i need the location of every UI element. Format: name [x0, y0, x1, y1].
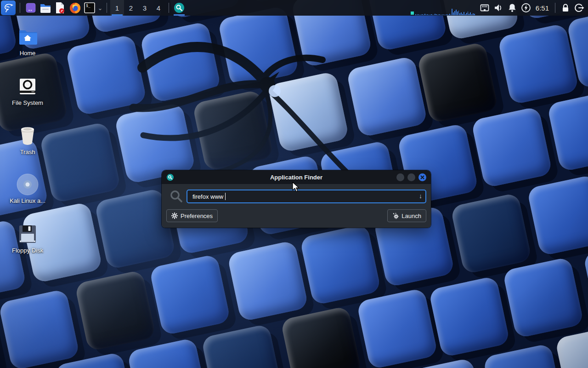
application-finder-window: Application Finder ↓	[162, 170, 431, 228]
app-drawer-icon	[25, 2, 36, 13]
application-finder-launcher[interactable]	[172, 0, 186, 16]
terminal-launcher[interactable]: $_	[83, 0, 96, 15]
maximize-button[interactable]	[407, 173, 415, 181]
file-manager-launcher[interactable]	[39, 0, 52, 15]
lock-icon	[560, 3, 571, 13]
home-folder-icon	[6, 27, 50, 47]
dropdown-arrow-icon[interactable]: ↓	[419, 192, 422, 200]
logout-button[interactable]	[573, 0, 585, 16]
desktop-icon-kali-linux-cd[interactable]: Kali Linux a...	[6, 174, 50, 204]
notifications-tray-item[interactable]	[506, 0, 518, 16]
network-icon	[480, 3, 490, 13]
cpu-graph[interactable]	[410, 0, 475, 16]
workspace-4[interactable]: 4	[152, 0, 165, 16]
close-button[interactable]	[418, 173, 426, 181]
workspace-number: 2	[129, 4, 133, 12]
close-icon	[420, 175, 424, 179]
logout-icon	[574, 3, 584, 13]
app-drawer-launcher[interactable]	[24, 0, 37, 15]
desktop-icon-home[interactable]: Home	[6, 27, 50, 57]
workspace-1[interactable]: 1	[110, 0, 124, 16]
desktop-icon-floppy-disk[interactable]: Floppy Disk	[6, 224, 50, 254]
preferences-button[interactable]: Preferences	[166, 209, 218, 222]
svg-text:$_: $_	[86, 4, 90, 8]
panel-separator	[20, 3, 20, 13]
text-caret	[225, 193, 226, 200]
desktop-icon-label: Floppy Disk	[6, 247, 50, 254]
minimize-button[interactable]	[396, 173, 404, 181]
desktop-icon-trash[interactable]: Trash	[6, 126, 50, 155]
launch-button[interactable]: Launch	[387, 209, 426, 222]
cpu-graph-bars	[415, 8, 475, 15]
top-panel: $_ ⌄ 1 2 3 4	[0, 0, 588, 16]
network-tray-item[interactable]	[479, 0, 491, 16]
workspace-3[interactable]: 3	[138, 0, 152, 16]
desktop-icon-label: Trash	[6, 149, 50, 155]
hard-drive-icon	[6, 76, 50, 97]
power-manager-tray-item[interactable]	[520, 0, 532, 16]
run-gear-icon	[392, 213, 399, 219]
cpu-graph-marker	[411, 12, 414, 15]
desktop-icon-label: Home	[6, 50, 50, 57]
appfinder-titlebar-icon	[167, 174, 174, 181]
workspace-number: 1	[115, 4, 119, 12]
kali-menu-button[interactable]	[1, 0, 16, 15]
panel-separator	[169, 3, 169, 13]
panel-separator	[107, 3, 107, 13]
desktop-icon-label: File System	[6, 99, 50, 106]
workspace-number: 4	[157, 4, 160, 12]
power-manager-icon	[521, 3, 531, 13]
lock-screen-button[interactable]	[560, 0, 571, 16]
panel-separator	[555, 3, 555, 13]
firefox-icon	[69, 2, 81, 14]
firefox-launcher[interactable]	[68, 0, 81, 15]
file-manager-icon	[40, 2, 51, 13]
chevron-down-icon[interactable]: ⌄	[97, 5, 103, 12]
workspace-2[interactable]: 2	[124, 0, 138, 16]
window-title: Application Finder	[162, 174, 431, 181]
desktop-icon-label: Kali Linux a...	[6, 197, 50, 204]
text-editor-icon	[55, 2, 66, 14]
panel-clock[interactable]: 6:51	[536, 4, 549, 12]
volume-tray-item[interactable]	[492, 0, 504, 16]
desktop-icon-file-system[interactable]: File System	[6, 76, 50, 106]
trash-empty-icon	[6, 126, 50, 146]
mouse-cursor	[292, 182, 302, 193]
preferences-label: Preferences	[181, 213, 213, 219]
volume-icon	[493, 3, 503, 13]
terminal-icon: $_	[84, 2, 95, 13]
bell-icon	[507, 3, 517, 13]
search-icon	[166, 190, 187, 203]
gear-icon	[171, 213, 178, 219]
workspace-number: 3	[143, 4, 147, 12]
optical-disc-icon	[6, 174, 50, 195]
search-input[interactable]	[187, 190, 426, 203]
launch-label: Launch	[401, 213, 421, 219]
application-finder-icon	[174, 2, 185, 13]
floppy-disk-icon	[6, 224, 50, 244]
text-editor-launcher[interactable]	[54, 0, 67, 15]
kali-menu-icon	[3, 2, 14, 13]
